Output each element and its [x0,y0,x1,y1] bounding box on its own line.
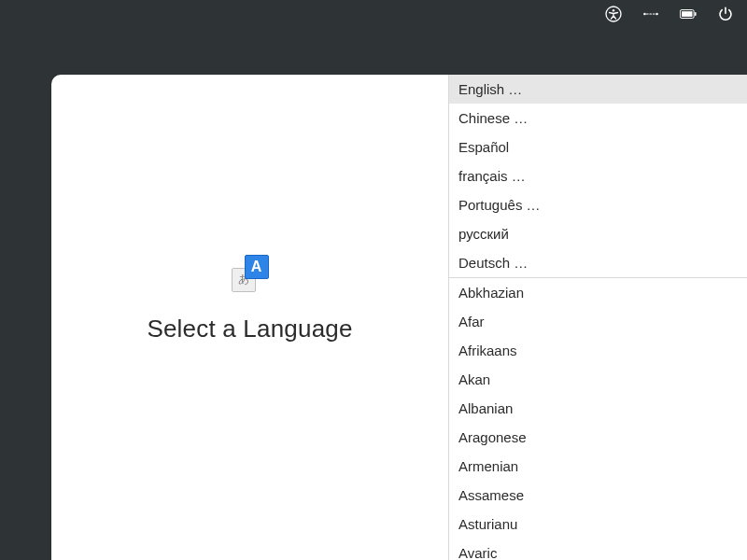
language-item[interactable]: Akan [449,365,747,394]
language-item[interactable]: Armenian [449,452,747,481]
svg-rect-5 [682,11,692,17]
language-selector-window: あ A Select a Language English … Chinese … [51,75,747,560]
language-list-pane: English … Chinese … Español français … P… [448,75,747,560]
language-item[interactable]: Albanian [449,394,747,423]
language-item[interactable]: Afrikaans [449,336,747,365]
language-item[interactable]: français … [449,161,747,190]
left-pane: あ A Select a Language [51,75,448,560]
page-title: Select a Language [147,315,352,343]
language-icon-front-glyph: A [245,255,269,279]
language-item[interactable]: русский [449,219,747,248]
svg-point-2 [643,13,646,16]
top-bar [0,0,747,28]
language-icon: あ A [232,255,269,292]
language-item[interactable]: English … [449,75,747,104]
battery-icon[interactable] [680,6,697,22]
language-item[interactable]: Português … [449,190,747,219]
accessibility-icon[interactable] [605,6,622,22]
power-icon[interactable] [717,6,734,22]
language-item[interactable]: Español [449,133,747,161]
language-item[interactable]: Aragonese [449,423,747,452]
language-item[interactable]: Afar [449,307,747,336]
language-list[interactable]: English … Chinese … Español français … P… [449,75,747,560]
network-icon[interactable] [642,6,659,22]
svg-point-1 [613,9,614,11]
desktop-background [0,28,747,75]
svg-rect-6 [695,12,697,16]
language-item[interactable]: Assamese [449,481,747,510]
language-item[interactable]: Deutsch … [449,248,747,277]
language-item[interactable]: Asturianu [449,510,747,539]
svg-point-3 [655,13,658,16]
language-item[interactable]: Chinese … [449,104,747,133]
language-item[interactable]: Avaric [449,539,747,560]
language-item[interactable]: Abkhazian [449,278,747,307]
